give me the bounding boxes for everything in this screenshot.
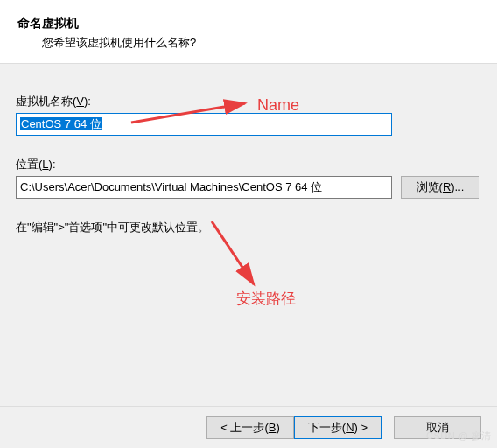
annotation-name-label: Name — [257, 96, 299, 115]
vm-name-group: 虚拟机名称(V): CentOS 7 64 位 — [16, 94, 480, 136]
vm-name-value: CentOS 7 64 位 — [20, 117, 102, 130]
vm-name-input[interactable]: CentOS 7 64 位 — [16, 113, 392, 136]
vm-name-label: 虚拟机名称(V): — [16, 94, 480, 109]
watermark: CSDN @ 寥清 — [426, 430, 492, 443]
annotation-path-label: 安装路径 — [236, 289, 296, 309]
location-group: 位置(L): 浏览(R)... — [16, 157, 480, 199]
dialog-content: 虚拟机名称(V): CentOS 7 64 位 位置(L): 浏览(R)... … — [0, 64, 497, 244]
dialog-subtitle: 您希望该虚拟机使用什么名称? — [18, 35, 480, 51]
dialog-header: 命名虚拟机 您希望该虚拟机使用什么名称? — [0, 0, 497, 64]
dialog-footer: < 上一步(B) 下一步(N) > 取消 — [0, 406, 497, 448]
browse-button[interactable]: 浏览(R)... — [401, 176, 480, 199]
dialog-title: 命名虚拟机 — [18, 16, 480, 32]
next-button[interactable]: 下一步(N) > — [294, 416, 382, 439]
hint-text: 在"编辑">"首选项"中可更改默认位置。 — [16, 220, 480, 235]
back-button[interactable]: < 上一步(B) — [206, 416, 294, 439]
location-input[interactable] — [16, 176, 392, 199]
location-label: 位置(L): — [16, 157, 480, 172]
